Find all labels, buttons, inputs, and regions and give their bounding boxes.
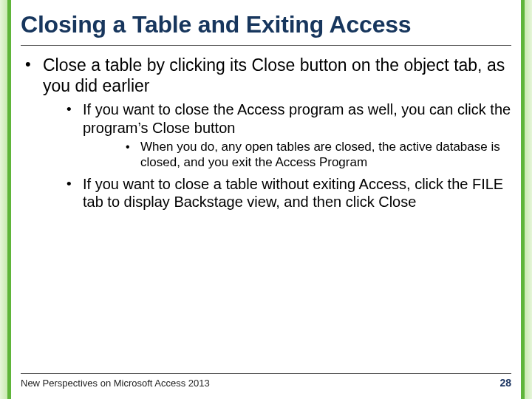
content-area: Close a table by clicking its Close butt… [21,55,511,211]
footer-row: New Perspectives on Microsoft Access 201… [21,377,511,389]
bullet-text: Close a table by clicking its Close butt… [43,55,505,95]
slide-footer: New Perspectives on Microsoft Access 201… [21,373,511,389]
bullet-list-level1: Close a table by clicking its Close butt… [21,55,511,211]
bullet-list-level3: When you do, any open tables are closed,… [83,140,511,170]
title-divider [21,45,511,46]
page-number: 28 [499,377,511,389]
bullet-item: When you do, any open tables are closed,… [83,140,511,170]
bullet-list-level2: If you want to close the Access program … [43,100,511,211]
bullet-item: If you want to close the Access program … [43,100,511,170]
bullet-text: When you do, any open tables are closed,… [140,140,500,169]
slide-body: Closing a Table and Exiting Access Close… [21,7,511,390]
bullet-text: If you want to close the Access program … [83,101,511,135]
slide-right-border [516,0,532,399]
bullet-text: If you want to close a table without exi… [83,176,503,210]
bullet-item: Close a table by clicking its Close butt… [21,55,511,211]
slide-title: Closing a Table and Exiting Access [21,7,511,45]
slide-left-border [0,0,16,399]
bullet-item: If you want to close a table without exi… [43,175,511,211]
footer-text: New Perspectives on Microsoft Access 201… [21,378,210,389]
footer-divider [21,373,511,374]
